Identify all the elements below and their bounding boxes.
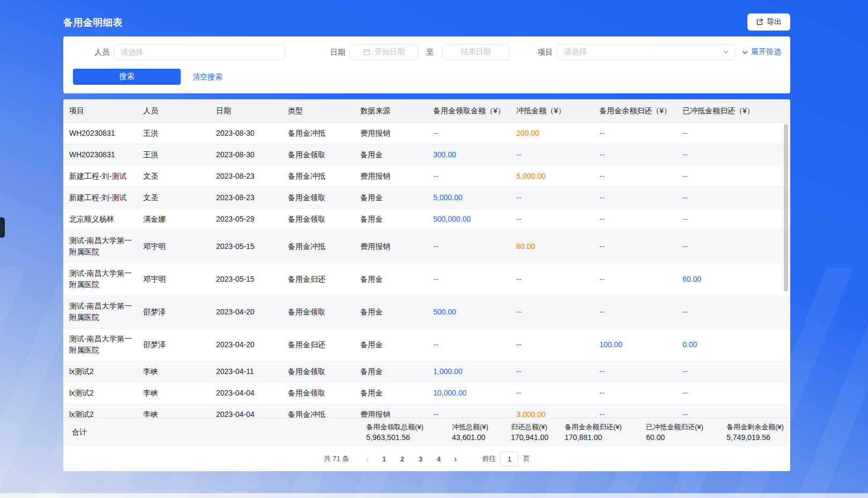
table-row[interactable]: WH20230831王洪2023-08-30备用金领取备用金300.00----…	[63, 144, 790, 166]
cell-withdraw: 300.00	[433, 144, 516, 165]
expand-filter-link[interactable]: 展开筛选	[741, 44, 781, 60]
cell-offset_return: --	[682, 302, 790, 323]
table-row[interactable]: 新建工程-刘-测试文圣2023-08-23备用金领取备用金5,000.00---…	[63, 187, 790, 209]
cell-balance_return: --	[599, 302, 682, 323]
project-filter-label: 项目	[538, 44, 553, 60]
cell-person: 王洪	[143, 123, 216, 144]
table-row[interactable]: 测试-南昌大学第一附属医院邵梦泽2023-04-20备用金归还备用金----10…	[63, 328, 790, 361]
cell-balance_return: 100.00	[599, 334, 682, 355]
project-select[interactable]: 请选择	[557, 44, 735, 60]
cell-date: 2023-04-20	[216, 334, 288, 355]
table-row[interactable]: 测试-南昌大学第一附属医院邓宇明2023-05-15备用金归还备用金------…	[63, 263, 790, 296]
cell-person: 文圣	[143, 166, 216, 187]
cell-type: 备用金领取	[288, 383, 360, 404]
next-page-button[interactable]: ›	[448, 451, 463, 466]
cell-offset_return: 60.00	[682, 269, 790, 290]
cell-withdraw: 1,000.00	[433, 361, 516, 382]
export-icon	[756, 18, 763, 26]
cell-date: 2023-08-23	[216, 187, 288, 208]
cell-balance_return: --	[599, 404, 682, 418]
table-row[interactable]: WH20230831王洪2023-08-30备用金冲抵费用报销--200.00-…	[63, 123, 790, 144]
cell-source: 备用金	[360, 361, 433, 382]
summary-item-label: 备用金剩余金额(¥)	[726, 422, 784, 432]
table-row[interactable]: lx测试2李峡2023-04-04备用金冲抵费用报销--3,000.00----	[63, 404, 790, 418]
cell-offset: 5,000.00	[516, 166, 599, 187]
project-select-placeholder: 请选择	[564, 47, 587, 57]
cell-withdraw: --	[433, 334, 516, 355]
cell-offset: --	[516, 144, 599, 165]
cell-offset: --	[516, 209, 599, 230]
cell-source: 备用金	[360, 187, 433, 208]
cell-offset: 3,000.00	[516, 404, 599, 418]
cell-type: 备用金归还	[288, 334, 360, 355]
summary-item-label: 已冲抵金额归还(¥)	[646, 422, 703, 432]
cell-offset_return: --	[682, 236, 790, 257]
clear-search-link[interactable]: 清空搜索	[192, 69, 222, 85]
table-row[interactable]: lx测试2李峡2023-04-11备用金领取备用金1,000.00------	[63, 361, 790, 383]
cell-source: 备用金	[360, 269, 433, 290]
cell-source: 备用金	[360, 209, 433, 230]
cell-project: lx测试2	[69, 361, 143, 382]
cell-offset: --	[516, 187, 599, 208]
cell-balance_return: --	[599, 236, 682, 257]
table-row[interactable]: 测试-南昌大学第一附属医院邓宇明2023-05-15备用金冲抵费用报销--60.…	[63, 230, 790, 263]
cell-person: 邓宇明	[143, 269, 216, 290]
table-row[interactable]: 测试-南昌大学第一附属医院邵梦泽2023-04-20备用金领取备用金500.00…	[63, 296, 790, 328]
table-row[interactable]: 北京顺义杨林满金娜2023-05-29备用金领取备用金500,000.00---…	[63, 209, 790, 230]
date-end-input[interactable]: 结束日期	[442, 44, 510, 60]
side-drawer-handle[interactable]	[0, 217, 5, 238]
summary-item-value: 60.00	[646, 432, 703, 443]
summary-row: 合计 备用金领取总额(¥) 5,963,501.56 冲抵总额(¥) 43,60…	[63, 418, 790, 446]
page-number-2[interactable]: 2	[395, 451, 410, 466]
summary-item-label: 冲抵总额(¥)	[452, 422, 488, 432]
cell-project: 测试-南昌大学第一附属医院	[69, 263, 143, 295]
date-start-input[interactable]: 开始日期	[350, 44, 418, 60]
column-header: 已冲抵金额归还（¥）	[682, 100, 790, 121]
cell-type: 备用金领取	[288, 361, 360, 382]
chevron-down-icon	[741, 49, 748, 56]
page-number-3[interactable]: 3	[413, 451, 428, 466]
cell-withdraw: 5,000.00	[433, 187, 516, 208]
table-row[interactable]: 新建工程-刘-测试文圣2023-08-23备用金冲抵费用报销--5,000.00…	[63, 166, 790, 187]
cell-project: WH20230831	[69, 144, 143, 165]
goto-page-unit: 页	[523, 454, 530, 464]
cell-date: 2023-04-04	[216, 383, 288, 404]
search-button[interactable]: 搜索	[73, 69, 181, 85]
cell-type: 备用金冲抵	[288, 404, 360, 418]
pagination-pages: 1234	[375, 451, 448, 466]
goto-page-label: 前往	[482, 454, 496, 464]
cell-source: 备用金	[360, 302, 433, 323]
cell-balance_return: --	[599, 166, 682, 187]
cell-offset_return: --	[682, 361, 790, 382]
summary-item-return-total: 归还总额(¥) 170,941.00	[511, 422, 548, 443]
cell-date: 2023-04-11	[216, 361, 288, 382]
export-button[interactable]: 导出	[747, 13, 790, 31]
page-title: 备用金明细表	[63, 16, 123, 29]
cell-person: 李峡	[143, 361, 216, 382]
goto-page-input[interactable]	[500, 451, 518, 466]
cell-source: 备用金	[360, 144, 433, 165]
cell-offset_return: --	[682, 383, 790, 404]
cell-person: 李峡	[143, 383, 216, 404]
table-scrollbar[interactable]	[784, 124, 788, 291]
cell-withdraw: --	[433, 236, 516, 257]
page-number-1[interactable]: 1	[376, 451, 391, 466]
cell-withdraw: --	[433, 269, 516, 290]
pagination-bar: 共 71 条 ‹ 1234 › 前往 页	[63, 446, 790, 471]
cell-person: 邵梦泽	[143, 334, 216, 355]
summary-item-value: 5,963,501.56	[366, 432, 424, 443]
cell-withdraw: 500,000.00	[433, 209, 516, 230]
page-number-4[interactable]: 4	[431, 451, 446, 466]
previous-page-button[interactable]: ‹	[360, 451, 375, 466]
cell-type: 备用金领取	[288, 144, 360, 165]
cell-withdraw: 10,000.00	[433, 383, 516, 404]
cell-type: 备用金领取	[288, 209, 360, 230]
summary-item-value: 170,941.00	[511, 432, 548, 443]
table-row[interactable]: lx测试2李峡2023-04-04备用金领取备用金10,000.00------	[63, 383, 790, 404]
summary-item-label: 备用金余额归还(¥)	[565, 422, 622, 432]
cell-type: 备用金冲抵	[288, 166, 360, 187]
cell-project: 新建工程-刘-测试	[69, 187, 143, 208]
column-header: 备用金余额归还（¥）	[599, 100, 682, 121]
person-select-input[interactable]	[114, 44, 285, 60]
cell-date: 2023-08-30	[216, 144, 288, 165]
